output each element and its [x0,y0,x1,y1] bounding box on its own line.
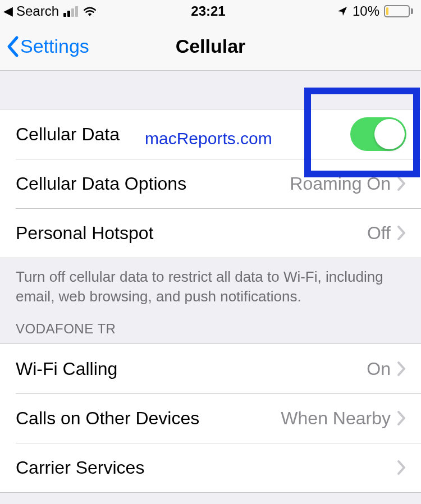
battery-icon [384,5,413,17]
chevron-left-icon [6,35,19,58]
chevron-right-icon [396,361,406,377]
personal-hotspot-row[interactable]: Personal Hotspot Off [0,208,421,258]
watermark-text: macReports.com [145,129,272,148]
carrier-section: Wi-Fi Calling On Calls on Other Devices … [0,343,421,493]
cellular-data-options-value: Roaming On [290,173,391,194]
chevron-right-icon [396,225,406,241]
chevron-right-icon [396,176,406,191]
status-bar: ◀ Search 23:21 10% [0,0,421,22]
chevron-right-icon [396,410,406,426]
toggle-knob [374,119,405,149]
chevron-right-icon [396,460,406,475]
calls-other-devices-label: Calls on Other Devices [16,408,281,429]
personal-hotspot-label: Personal Hotspot [16,223,367,244]
calls-other-devices-value: When Nearby [281,408,391,429]
status-right: 10% [277,3,413,19]
back-label: Settings [20,35,89,57]
wifi-calling-value: On [367,359,391,379]
back-to-app-arrow-icon[interactable]: ◀ [3,5,13,17]
carrier-services-row[interactable]: Carrier Services [0,443,421,492]
section-footer-note: Turn off cellular data to restrict all d… [0,258,421,319]
wifi-calling-row[interactable]: Wi-Fi Calling On [0,344,421,393]
battery-percent: 10% [353,3,379,19]
personal-hotspot-value: Off [367,223,391,244]
wifi-calling-label: Wi-Fi Calling [16,359,367,379]
calls-other-devices-row[interactable]: Calls on Other Devices When Nearby [0,393,421,443]
navigation-bar: Settings Cellular [0,22,421,71]
back-button[interactable]: Settings [6,35,89,58]
cellular-data-toggle[interactable] [350,117,406,151]
back-to-app-label[interactable]: Search [16,3,59,19]
cellular-data-options-row[interactable]: Cellular Data Options Roaming On [0,159,421,208]
status-time: 23:21 [140,3,276,19]
carrier-services-label: Carrier Services [16,457,396,478]
status-left: ◀ Search [3,3,140,19]
location-icon [337,6,348,17]
cellular-signal-icon [63,6,78,17]
cellular-data-options-label: Cellular Data Options [16,173,290,194]
wifi-icon [83,5,97,17]
carrier-section-header: VODAFONE TR [0,319,421,343]
